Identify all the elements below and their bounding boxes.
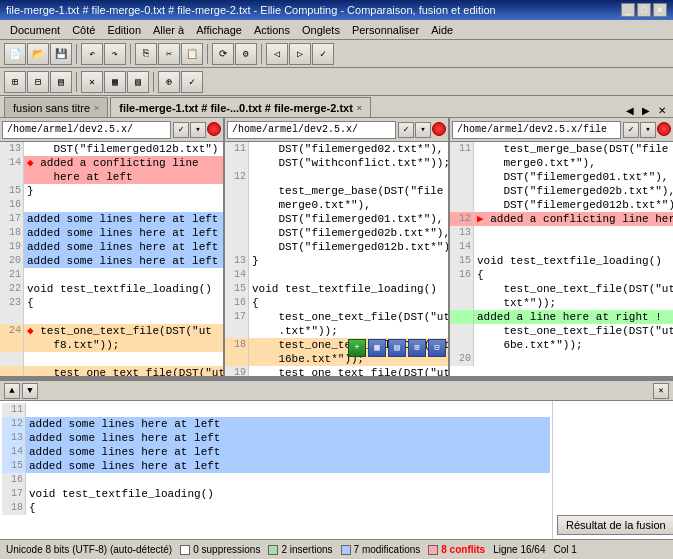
pane-center-content[interactable]: 11 DST("filemerged02.txt*"), DST("withco… xyxy=(225,142,448,376)
line-row: 17 void test_textfile_loading() xyxy=(2,487,550,501)
line-row: 13 added some lines here at left xyxy=(2,431,550,445)
tab-scroll-left[interactable]: ◀ xyxy=(623,104,637,117)
menu-document[interactable]: Document xyxy=(4,23,66,37)
settings-button[interactable]: ⚙ xyxy=(235,43,257,65)
bottom-scroll-up[interactable]: ▲ xyxy=(4,383,20,399)
menu-affichage[interactable]: Affichage xyxy=(190,23,248,37)
tab-fusion[interactable]: fusion sans titre × xyxy=(4,97,108,117)
pane-left-header: /home/armel/dev2.5.x/ ✓ ▾ xyxy=(0,118,223,142)
line-row: 11 test_merge_base(DST("file xyxy=(450,142,673,156)
status-bar: Unicode 8 bits (UTF-8) (auto-détecté) 0 … xyxy=(0,539,673,559)
check-button[interactable]: ✓ xyxy=(312,43,334,65)
pane-center-btns: ✓ ▾ xyxy=(398,122,446,138)
line-row: 15 } xyxy=(0,184,223,198)
tb2-btn-6[interactable]: ▨ xyxy=(127,71,149,93)
bottom-right-panel: Résultat de la fusion xyxy=(553,401,673,539)
tb2-btn-8[interactable]: ✓ xyxy=(181,71,203,93)
prev-button[interactable]: ◁ xyxy=(266,43,288,65)
open-button[interactable]: 📂 xyxy=(27,43,49,65)
bottom-scroll-down[interactable]: ▼ xyxy=(22,383,38,399)
pane-left-path[interactable]: /home/armel/dev2.5.x/ xyxy=(2,121,171,139)
line-row: 11 xyxy=(2,403,550,417)
merge-action-btn-1[interactable]: + xyxy=(348,339,366,357)
pane-right-check[interactable]: ✓ xyxy=(623,122,639,138)
merge-action-btn-3[interactable]: ▤ xyxy=(388,339,406,357)
line-row: 17 added some lines here at left xyxy=(0,212,223,226)
tab-merge[interactable]: file-merge-1.txt # file-...0.txt # file-… xyxy=(110,97,371,117)
redo-button[interactable]: ↷ xyxy=(104,43,126,65)
tb2-btn-4[interactable]: ✕ xyxy=(81,71,103,93)
toolbar-1: 📄 📂 💾 ↶ ↷ ⎘ ✂ 📋 ⟳ ⚙ ◁ ▷ ✓ xyxy=(0,40,673,68)
line-row: test_one_text_file(DST("utf xyxy=(0,366,223,376)
menu-onglets[interactable]: Onglets xyxy=(296,23,346,37)
pane-left-check[interactable]: ✓ xyxy=(173,122,189,138)
line-row: 14 xyxy=(450,240,673,254)
copy-button[interactable]: ⎘ xyxy=(135,43,157,65)
window-controls: _ □ ✕ xyxy=(621,3,667,17)
status-conflicts: 8 conflits xyxy=(428,544,485,555)
save-button[interactable]: 💾 xyxy=(50,43,72,65)
tb2-btn-2[interactable]: ⊟ xyxy=(27,71,49,93)
pane-right-content[interactable]: 11 test_merge_base(DST("file merge0.txt*… xyxy=(450,142,673,376)
line-row: 15 added some lines here at left xyxy=(2,459,550,473)
pane-center-arrow[interactable]: ▾ xyxy=(415,122,431,138)
pane-right-path[interactable]: /home/armel/dev2.5.x/file xyxy=(452,121,621,139)
refresh-button[interactable]: ⟳ xyxy=(212,43,234,65)
line-row: 13 DST("filemerged012b.txt") xyxy=(0,142,223,156)
separator-6 xyxy=(153,72,154,92)
new-button[interactable]: 📄 xyxy=(4,43,26,65)
menu-aller[interactable]: Aller à xyxy=(147,23,190,37)
pane-center-path[interactable]: /home/armel/dev2.5.x/ xyxy=(227,121,396,139)
menu-personnaliser[interactable]: Personnaliser xyxy=(346,23,425,37)
conflicts-color xyxy=(428,545,438,555)
main-area: /home/armel/dev2.5.x/ ✓ ▾ 13 DST("fileme… xyxy=(0,118,673,539)
tab-fusion-close[interactable]: × xyxy=(94,103,99,113)
menu-aide[interactable]: Aide xyxy=(425,23,459,37)
pane-left-status xyxy=(207,122,221,136)
line-row: DST("filemerged02b.txt*"), xyxy=(450,184,673,198)
tb2-btn-1[interactable]: ⊞ xyxy=(4,71,26,93)
menu-actions[interactable]: Actions xyxy=(248,23,296,37)
pane-left-arrow[interactable]: ▾ xyxy=(190,122,206,138)
line-row: 13 xyxy=(450,226,673,240)
tab-scroll-right[interactable]: ▶ xyxy=(639,104,653,117)
merge-action-btn-2[interactable]: ▦ xyxy=(368,339,386,357)
tb2-btn-3[interactable]: ▤ xyxy=(50,71,72,93)
tab-merge-close[interactable]: × xyxy=(357,103,362,113)
tb2-btn-7[interactable]: ⊕ xyxy=(158,71,180,93)
title-bar: file-merge-1.txt # file-merge-0.txt # fi… xyxy=(0,0,673,20)
status-encoding: Unicode 8 bits (UTF-8) (auto-détecté) xyxy=(6,544,172,555)
line-row: DST("filemerged012b.txt*")); xyxy=(225,240,448,254)
line-row: 19 test_one_text_file(DST("utf xyxy=(225,366,448,376)
line-row: 19 added some lines here at left xyxy=(0,240,223,254)
line-row: 13 } xyxy=(225,254,448,268)
result-button[interactable]: Résultat de la fusion xyxy=(557,515,673,535)
undo-button[interactable]: ↶ xyxy=(81,43,103,65)
line-row xyxy=(0,310,223,324)
tb2-btn-5[interactable]: ▦ xyxy=(104,71,126,93)
menu-edition[interactable]: Edition xyxy=(101,23,147,37)
suppressions-label: 0 suppressions xyxy=(193,544,260,555)
separator-1 xyxy=(76,44,77,64)
close-button[interactable]: ✕ xyxy=(653,3,667,17)
paste-button[interactable]: 📋 xyxy=(181,43,203,65)
line-row: 11 DST("filemerged02.txt*"), xyxy=(225,142,448,156)
line-row: merge0.txt*"), xyxy=(225,198,448,212)
pane-center-check[interactable]: ✓ xyxy=(398,122,414,138)
pane-left-content[interactable]: 13 DST("filemerged012b.txt") 14 ◆ added … xyxy=(0,142,223,376)
next-button[interactable]: ▷ xyxy=(289,43,311,65)
line-row: 14 xyxy=(225,268,448,282)
merge-action-btn-5[interactable]: ⊟ xyxy=(428,339,446,357)
pane-right-arrow[interactable]: ▾ xyxy=(640,122,656,138)
merge-action-btn-4[interactable]: ⊞ xyxy=(408,339,426,357)
bottom-close[interactable]: ✕ xyxy=(653,383,669,399)
status-modifications: 7 modifications xyxy=(341,544,421,555)
menu-cote[interactable]: Côté xyxy=(66,23,101,37)
maximize-button[interactable]: □ xyxy=(637,3,651,17)
line-row: 12 xyxy=(225,170,448,184)
cut-button[interactable]: ✂ xyxy=(158,43,180,65)
tab-close-all[interactable]: ✕ xyxy=(655,104,669,117)
tab-merge-label: file-merge-1.txt # file-...0.txt # file-… xyxy=(119,102,353,114)
minimize-button[interactable]: _ xyxy=(621,3,635,17)
window-title: file-merge-1.txt # file-merge-0.txt # fi… xyxy=(6,4,496,16)
